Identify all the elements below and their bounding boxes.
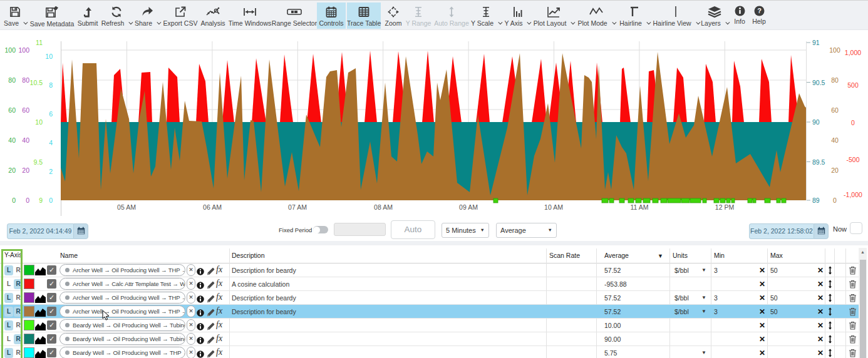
svg-text:0: 0 bbox=[12, 197, 16, 204]
svg-text:60: 60 bbox=[831, 106, 839, 114]
svg-text:-500: -500 bbox=[846, 156, 859, 163]
svg-text:89: 89 bbox=[812, 197, 820, 204]
svg-text:20: 20 bbox=[831, 166, 839, 174]
svg-text:-1,000: -1,000 bbox=[844, 191, 862, 198]
svg-text:8: 8 bbox=[49, 81, 53, 89]
svg-text:40: 40 bbox=[831, 136, 839, 144]
svg-text:80: 80 bbox=[22, 76, 29, 84]
svg-text:11: 11 bbox=[36, 39, 43, 46]
svg-text:40: 40 bbox=[8, 136, 16, 144]
svg-text:11 AM: 11 AM bbox=[631, 203, 649, 211]
svg-text:60: 60 bbox=[8, 106, 16, 114]
svg-text:10: 10 bbox=[45, 53, 53, 60]
svg-text:2: 2 bbox=[49, 168, 53, 175]
svg-text:80: 80 bbox=[8, 76, 16, 84]
svg-text:1,000: 1,000 bbox=[845, 49, 861, 56]
svg-text:40: 40 bbox=[22, 136, 29, 144]
svg-text:6: 6 bbox=[49, 110, 53, 118]
svg-text:89.5: 89.5 bbox=[812, 158, 825, 166]
svg-text:100: 100 bbox=[4, 46, 16, 54]
svg-text:06 AM: 06 AM bbox=[203, 203, 222, 211]
svg-text:0: 0 bbox=[851, 119, 855, 126]
svg-text:90: 90 bbox=[812, 118, 820, 126]
svg-text:10.5: 10.5 bbox=[30, 79, 43, 86]
svg-text:20: 20 bbox=[8, 166, 16, 174]
svg-text:60: 60 bbox=[22, 106, 29, 114]
svg-text:100: 100 bbox=[829, 46, 840, 54]
svg-text:9.5: 9.5 bbox=[33, 158, 43, 166]
svg-text:0: 0 bbox=[26, 197, 29, 204]
svg-text:08 AM: 08 AM bbox=[374, 203, 393, 211]
svg-text:500: 500 bbox=[847, 81, 859, 89]
svg-text:90.5: 90.5 bbox=[812, 79, 825, 86]
svg-text:91: 91 bbox=[812, 39, 820, 46]
svg-text:4: 4 bbox=[49, 139, 53, 146]
svg-text:80: 80 bbox=[831, 76, 839, 84]
svg-text:?: ? bbox=[757, 7, 762, 14]
svg-text:05 AM: 05 AM bbox=[117, 203, 136, 211]
svg-text:12 PM: 12 PM bbox=[715, 203, 734, 211]
svg-text:9: 9 bbox=[39, 197, 43, 204]
svg-text:10: 10 bbox=[35, 118, 43, 126]
svg-text:10 AM: 10 AM bbox=[544, 203, 563, 211]
svg-text:09 AM: 09 AM bbox=[459, 203, 478, 211]
svg-text:07 AM: 07 AM bbox=[288, 203, 307, 211]
svg-text:100: 100 bbox=[18, 46, 29, 54]
svg-text:20: 20 bbox=[22, 166, 29, 174]
svg-text:0: 0 bbox=[833, 197, 837, 204]
svg-text:0: 0 bbox=[49, 197, 53, 204]
